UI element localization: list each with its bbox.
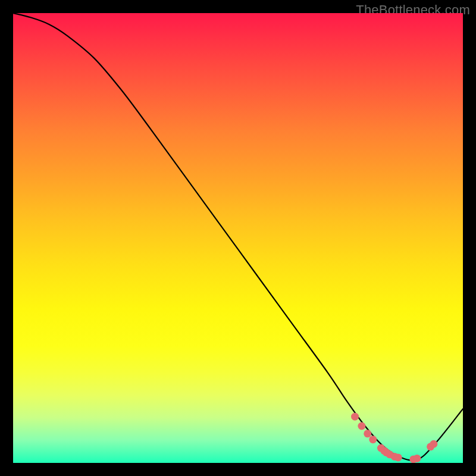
marker-dot xyxy=(364,430,371,437)
curve-layer xyxy=(13,13,463,463)
main-curve xyxy=(13,13,463,461)
marker-dot xyxy=(430,440,437,448)
plot-area xyxy=(13,13,463,463)
marker-dot xyxy=(413,455,421,462)
marker-dot xyxy=(351,413,359,421)
marker-dot xyxy=(380,447,388,455)
marker-dot xyxy=(369,436,377,443)
marker-dot xyxy=(377,444,385,452)
marker-dot xyxy=(427,443,434,450)
marker-dot xyxy=(383,449,390,456)
marker-dot xyxy=(358,422,365,430)
marker-dots xyxy=(351,413,437,463)
marker-dot xyxy=(386,450,393,458)
marker-dot xyxy=(409,455,417,463)
marker-dot xyxy=(391,453,399,461)
marker-dot xyxy=(394,453,402,461)
chart-stage: TheBottleneck.com xyxy=(0,0,476,476)
